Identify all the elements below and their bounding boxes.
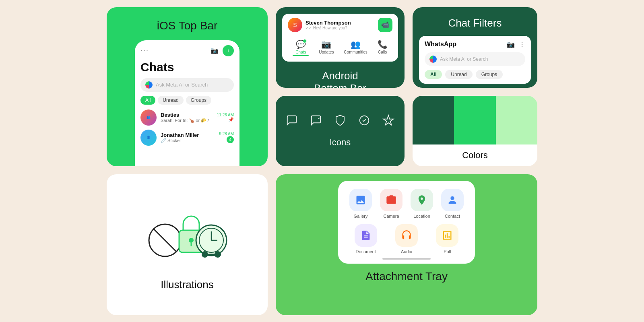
attachment-mockup: Gallery Camera Location <box>338 181 475 264</box>
nav-chats[interactable]: 💬 Chats <box>293 39 309 56</box>
svg-line-0 <box>318 118 320 119</box>
chat-time-besties: 11:26 AM <box>217 113 234 117</box>
nav-calls-label: Calls <box>378 50 387 54</box>
contact-label: Contact <box>445 214 460 219</box>
android-bottom-bar-card: S Steven Thompson ✓✓ Hey! How are you? 📹… <box>276 7 405 88</box>
android-user-status: ✓✓ Hey! How are you? <box>305 26 351 30</box>
filter-all[interactable]: All <box>140 96 155 105</box>
cf-header: WhatsApp 📷 ⋮ <box>425 41 525 48</box>
chat-filters-title: Chat Filters <box>413 7 537 36</box>
gallery-label: Gallery <box>354 214 368 219</box>
chat-name-besties: Besties <box>161 112 213 118</box>
audio-icon-wrap <box>395 224 418 247</box>
audio-label: Audio <box>401 249 412 254</box>
filter-groups[interactable]: Groups <box>186 96 211 105</box>
check-badge-icon <box>358 114 370 129</box>
attach-camera[interactable]: Camera <box>378 189 404 219</box>
nav-communities-label: Communities <box>344 50 367 54</box>
colors-card: Colors <box>413 96 537 166</box>
filter-unread[interactable]: Unread <box>158 96 183 105</box>
android-bottom-nav: 💬 Chats 📷 Updates 👥 Communities <box>288 35 392 58</box>
svg-line-2 <box>153 229 177 252</box>
ios-top-bar-card: iOS Top Bar ··· 📷 + Chats Ask Meta AI or… <box>107 7 268 166</box>
android-user-info: Steven Thompson ✓✓ Hey! How are you? <box>305 20 351 30</box>
attach-audio[interactable]: Audio <box>388 224 424 254</box>
chat-preview-besties: Sarah: For tn: 🍗 or 🌮? <box>161 118 213 123</box>
cf-header-icons: 📷 ⋮ <box>507 41 525 48</box>
android-avatar: S <box>288 18 302 32</box>
attach-document[interactable]: Document <box>348 224 384 254</box>
pin-icon: 📌 <box>228 117 234 122</box>
attachment-tray-card: Gallery Camera Location <box>276 174 537 315</box>
gallery-icon-wrap <box>349 189 372 211</box>
icons-label: Icons <box>330 137 351 148</box>
chat-preview-jonathan: 🧷 Sticker <box>161 138 215 143</box>
chat-filters-mockup: WhatsApp 📷 ⋮ Ask Meta AI or Search All U… <box>419 36 531 84</box>
attach-contact[interactable]: Contact <box>440 189 465 219</box>
edit-chat-icon <box>310 114 322 129</box>
search-bar[interactable]: Ask Meta AI or Search <box>140 78 234 92</box>
attachment-grid-row1: Gallery Camera Location <box>348 189 465 219</box>
attachment-grid-row2: Document Audio Poll <box>348 224 465 254</box>
android-card-label: AndroidBottom Bar <box>276 62 405 88</box>
android-phone-mockup: S Steven Thompson ✓✓ Hey! How are you? 📹… <box>282 14 398 62</box>
colors-swatches <box>413 96 537 144</box>
chats-title: Chats <box>140 60 234 74</box>
chat-info-jonathan: Jonathan Miller 🧷 Sticker <box>161 132 215 143</box>
document-icon-wrap <box>355 224 377 247</box>
swatch-medium-green <box>454 96 495 144</box>
search-placeholder-text: Ask Meta AI or Search <box>156 82 208 88</box>
calls-nav-icon: 📞 <box>378 39 388 49</box>
attach-poll[interactable]: Poll <box>429 224 465 254</box>
nav-chats-label: Chats <box>295 50 306 54</box>
cf-unread-pill[interactable]: Unread <box>445 70 472 79</box>
whatsapp-logo-text: WhatsApp <box>425 41 456 48</box>
location-icon-wrap <box>411 189 433 211</box>
cf-groups-pill[interactable]: Groups <box>476 70 503 79</box>
chat-filters-card: Chat Filters WhatsApp 📷 ⋮ Ask Meta AI or… <box>413 7 537 88</box>
contact-icon-wrap <box>441 189 464 211</box>
nav-calls[interactable]: 📞 Calls <box>378 39 388 56</box>
icons-row <box>286 114 394 129</box>
android-header: S Steven Thompson ✓✓ Hey! How are you? 📹 <box>288 18 392 32</box>
cf-all-pill[interactable]: All <box>425 70 442 79</box>
cf-menu-icon[interactable]: ⋮ <box>519 41 525 48</box>
chat-meta-besties: 11:26 AM 📌 <box>217 113 234 122</box>
attach-location[interactable]: Location <box>409 189 435 219</box>
chat-meta-jonathan: 9:28 AM 4 <box>219 132 234 143</box>
poll-label: Poll <box>444 249 451 254</box>
swatch-light-green <box>496 96 537 144</box>
chat-item-besties[interactable]: 👥 Besties Sarah: For tn: 🍗 or 🌮? 11:26 A… <box>140 109 234 126</box>
home-indicator <box>382 258 431 260</box>
filter-pills: All Unread Groups <box>140 96 234 105</box>
attach-gallery[interactable]: Gallery <box>348 189 374 219</box>
nav-updates[interactable]: 📷 Updates <box>319 39 334 56</box>
cf-filter-pills: All Unread Groups <box>425 70 525 79</box>
meta-ai-icon <box>145 81 153 89</box>
camera-icon-wrap <box>380 189 402 211</box>
chat-item-jonathan[interactable]: 👤 Jonathan Miller 🧷 Sticker 9:28 AM 4 <box>140 130 234 146</box>
colors-label: Colors <box>413 144 537 166</box>
android-user-row: S Steven Thompson ✓✓ Hey! How are you? <box>288 18 351 32</box>
phone-icons: 📷 + <box>211 45 234 56</box>
phone-top-row: ··· 📷 + <box>140 45 234 56</box>
chat-name-jonathan: Jonathan Miller <box>161 132 215 138</box>
ios-phone-mockup: ··· 📷 + Chats Ask Meta AI or Search All … <box>135 40 239 166</box>
lock-illustration <box>143 198 231 270</box>
chats-nav-icon: 💬 <box>296 40 306 49</box>
updates-nav-icon: 📷 <box>321 39 331 49</box>
location-label: Location <box>413 214 430 219</box>
nav-communities[interactable]: 👥 Communities <box>344 39 367 56</box>
ios-card-title: iOS Top Bar <box>157 19 217 32</box>
android-user-name: Steven Thompson <box>305 20 351 26</box>
camera-icon[interactable]: 📷 <box>211 47 219 54</box>
android-video-btn[interactable]: 📹 <box>378 18 392 32</box>
add-chat-button[interactable]: + <box>223 45 234 56</box>
cf-search-bar[interactable]: Ask Meta AI or Search <box>425 52 525 66</box>
cf-camera-icon[interactable]: 📷 <box>507 41 515 48</box>
attachment-title: Attachment Tray <box>365 270 448 283</box>
illustrations-card: Illustrations <box>107 174 268 315</box>
cf-meta-ai-icon <box>429 56 437 63</box>
avatar-jonathan: 👤 <box>140 130 157 146</box>
sparkle-icon <box>382 114 394 129</box>
